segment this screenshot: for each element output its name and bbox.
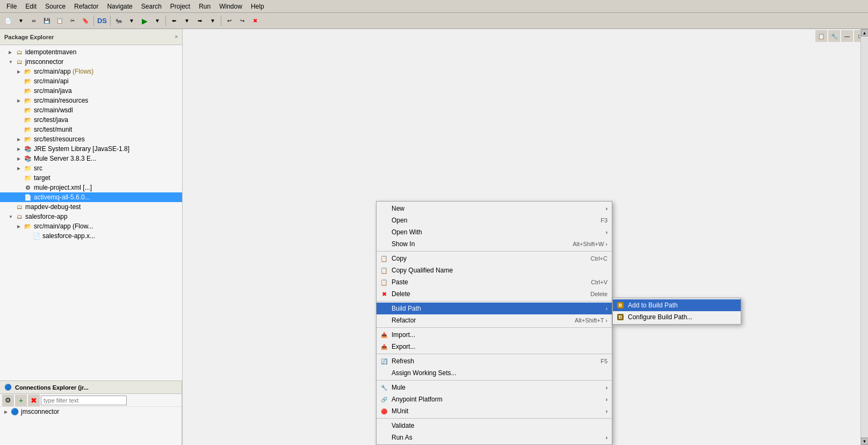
ctx-copy[interactable]: 📋 Copy Ctrl+C xyxy=(377,253,612,264)
icon-src-main-app: 📂 xyxy=(24,67,32,76)
toolbar-back-drop-btn[interactable]: ▼ xyxy=(181,15,193,27)
icon-src-test-java: 📂 xyxy=(24,116,32,124)
toolbar-save-btn[interactable]: 💾 xyxy=(41,15,53,27)
ctx-open[interactable]: Open F3 xyxy=(377,214,612,226)
ctx-copy-qualified-label: Copy Qualified Name xyxy=(392,267,453,274)
ctx-open-with[interactable]: Open With › xyxy=(377,226,612,238)
ctx-refactor[interactable]: Refactor Alt+Shift+T › xyxy=(377,314,612,326)
menu-source[interactable]: Source xyxy=(41,2,70,11)
ctx-validate[interactable]: Validate xyxy=(377,420,612,432)
menu-edit[interactable]: Edit xyxy=(21,2,41,11)
menu-run[interactable]: Run xyxy=(194,2,215,11)
conn-filter-input[interactable] xyxy=(41,396,127,405)
toolbar-next-edit-btn[interactable]: ↪ xyxy=(236,15,248,27)
toolbar-sep-4 xyxy=(221,16,221,26)
win-ctrl-2[interactable]: 🔧 xyxy=(828,30,840,42)
conn-add-btn[interactable]: + xyxy=(15,394,27,406)
ctx-paste[interactable]: 📋 Paste Ctrl+V xyxy=(377,276,612,288)
ctx-delete[interactable]: ✖ Delete Delete xyxy=(377,288,612,300)
ctx-build-path-icon xyxy=(380,304,388,313)
conn-tree-item-jmsconnector[interactable]: ▶ 🔵 jmsconnector xyxy=(0,407,182,417)
ctx-munit-arrow: › xyxy=(606,408,607,414)
conn-settings-btn[interactable]: ⚙ xyxy=(2,394,14,406)
ctx-show-in[interactable]: Show In Alt+Shift+W › xyxy=(377,238,612,250)
toolbar-bookmark-btn[interactable]: 🔖 xyxy=(79,15,91,27)
ctx-mule-icon: 🔧 xyxy=(380,383,388,392)
win-minimize-btn[interactable]: — xyxy=(841,30,853,42)
tree-item-salesforce-app[interactable]: ▼ 🗂 salesforce-app xyxy=(0,212,182,221)
ctx-show-in-icon xyxy=(380,240,388,248)
tree-item-target[interactable]: 📁 target xyxy=(0,173,182,183)
ctx-export[interactable]: 📤 Export... xyxy=(377,341,612,353)
tree-item-sf-app-xml[interactable]: 📄 salesforce-app.x... xyxy=(0,231,182,241)
tree-item-src-main-api[interactable]: 📂 src/main/api xyxy=(0,76,182,86)
ctx-show-in-label: Show In xyxy=(392,240,415,248)
toolbar-ant-drop-btn[interactable]: ▼ xyxy=(126,15,138,27)
toolbar-run-drop-btn[interactable]: ▼ xyxy=(151,15,163,27)
scroll-down-btn[interactable]: ▼ xyxy=(861,437,869,445)
tree-item-mapdev[interactable]: 🗂 mapdev-debug-test xyxy=(0,202,182,212)
toolbar-copy-btn[interactable]: 📋 xyxy=(54,15,66,27)
tree-item-jre[interactable]: ▶ 📚 JRE System Library [JavaSE-1.8] xyxy=(0,144,182,154)
ctx-copy-qualified[interactable]: 📋 Copy Qualified Name xyxy=(377,264,612,276)
ctx-mule[interactable]: 🔧 Mule › xyxy=(377,382,612,393)
toolbar-stop-btn[interactable]: ✖ xyxy=(249,15,261,27)
package-explorer-panel: Package Explorer × ▶ 🗂 idempotentmaven ▼… xyxy=(0,29,183,445)
ctx-new[interactable]: New › xyxy=(377,203,612,214)
toolbar-prev-edit-btn[interactable]: ↩ xyxy=(223,15,235,27)
ctx-anypoint[interactable]: 🔗 Anypoint Platform › xyxy=(377,393,612,405)
menu-file[interactable]: File xyxy=(2,2,21,11)
tree-item-activemq-all[interactable]: 📄 activemq-all-5.6.0... xyxy=(0,192,182,202)
toolbar-ant-btn[interactable]: 🐜 xyxy=(113,15,125,27)
tree-item-src-main-resources[interactable]: ▶ 📂 src/main/resources xyxy=(0,96,182,105)
tree-item-src-main-java[interactable]: 📂 src/main/java xyxy=(0,86,182,96)
toolbar-forward-btn[interactable]: ➡ xyxy=(194,15,206,27)
tree-item-src-test-resources[interactable]: ▶ 📂 src/test/resources xyxy=(0,134,182,144)
conn-remove-btn[interactable]: ✖ xyxy=(28,394,40,406)
menu-navigate[interactable]: Navigate xyxy=(103,2,136,11)
tree-item-src-main-app[interactable]: ▶ 📂 src/main/app (Flows) xyxy=(0,67,182,76)
toolbar-dropdown-btn[interactable]: ▼ xyxy=(15,15,27,27)
ctx-build-path[interactable]: Build Path › xyxy=(377,303,612,314)
ctx-run-as[interactable]: Run As › xyxy=(377,432,612,443)
win-ctrl-1[interactable]: 📋 xyxy=(815,30,827,42)
submenu-add-to-build-path[interactable]: B Add to Build Path xyxy=(613,299,741,311)
toolbar-new-btn[interactable]: 📄 xyxy=(2,15,14,27)
ctx-import[interactable]: 📥 Import... xyxy=(377,329,612,341)
ctx-mule-arrow: › xyxy=(606,385,607,391)
tree-item-sf-src-main-app[interactable]: ▶ 📂 src/main/app (Flow... xyxy=(0,221,182,231)
label-src-main-wsdl: src/main/wsdl xyxy=(34,106,73,114)
icon-jmsconnector: 🗂 xyxy=(15,58,24,66)
toolbar-cut-btn[interactable]: ✂ xyxy=(67,15,78,27)
tree-item-jmsconnector[interactable]: ▼ 🗂 jmsconnector xyxy=(0,57,182,67)
toolbar-forward-drop-btn[interactable]: ▼ xyxy=(207,15,219,27)
ctx-assign-working-sets[interactable]: Assign Working Sets... xyxy=(377,367,612,379)
ctx-refresh[interactable]: 🔄 Refresh F5 xyxy=(377,355,612,367)
toolbar-run-btn[interactable]: ▶ xyxy=(139,15,150,27)
main-scrollbar[interactable]: ▲ ▼ xyxy=(860,29,868,445)
package-explorer-close-btn[interactable]: × xyxy=(175,34,178,40)
menu-window[interactable]: Window xyxy=(215,2,247,11)
tree-item-src-test-java[interactable]: 📂 src/test/java xyxy=(0,115,182,125)
tree-item-idempotentmaven[interactable]: ▶ 🗂 idempotentmaven xyxy=(0,47,182,57)
tree-item-src-main-wsdl[interactable]: 📂 src/main/wsdl xyxy=(0,105,182,115)
label-salesforce-app: salesforce-app xyxy=(25,213,68,220)
toolbar-debug-btn[interactable]: DS xyxy=(96,15,108,27)
ctx-munit[interactable]: 🔴 MUnit › xyxy=(377,405,612,417)
label-src-main-java: src/main/java xyxy=(34,87,72,95)
scroll-up-btn[interactable]: ▲ xyxy=(861,29,869,37)
tree-item-src[interactable]: ▶ 📁 src xyxy=(0,163,182,173)
toolbar-infinity-btn[interactable]: ∞ xyxy=(28,15,40,27)
menu-search[interactable]: Search xyxy=(137,2,166,11)
submenu-configure-build-path[interactable]: B Configure Build Path... xyxy=(613,311,741,323)
menu-refactor[interactable]: Refactor xyxy=(70,2,103,11)
tree-item-mule-project-xml[interactable]: ⚙ mule-project.xml [...] xyxy=(0,183,182,192)
menu-project[interactable]: Project xyxy=(166,2,194,11)
build-path-submenu: B Add to Build Path B Configure Build Pa… xyxy=(612,298,741,325)
arrow-conn-jms: ▶ xyxy=(4,410,11,414)
tree-item-src-test-munit[interactable]: 📂 src/test/munit xyxy=(0,125,182,134)
toolbar-back-btn[interactable]: ⬅ xyxy=(168,15,180,27)
tree-item-mule-server[interactable]: ▶ 📚 Mule Server 3.8.3 E... xyxy=(0,154,182,163)
ctx-delete-icon: ✖ xyxy=(380,290,388,298)
menu-help[interactable]: Help xyxy=(247,2,269,11)
